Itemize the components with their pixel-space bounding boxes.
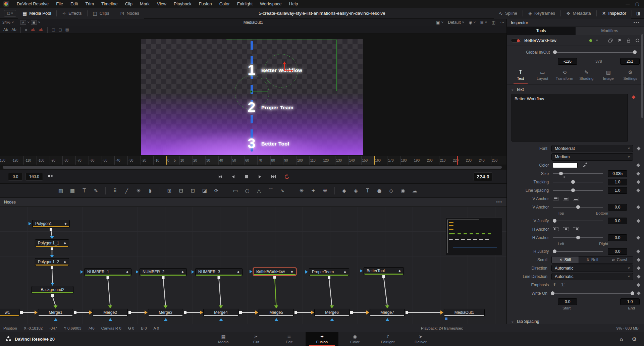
toolbar-inspector-button[interactable]: ✕Inspector <box>597 8 631 19</box>
node-Polygon1_1[interactable]: Polygon1_1◆ <box>35 239 69 247</box>
node-Merge2[interactable]: Merge2 <box>93 309 128 316</box>
camera-3d-tool-icon[interactable]: ◇ <box>387 187 395 194</box>
quick-export-button[interactable]: ▢∨ <box>4 10 16 17</box>
menu-file[interactable]: File <box>52 0 67 8</box>
timeline-scrollbar[interactable] <box>0 165 506 170</box>
font-weight-dropdown[interactable]: Medium∨ <box>551 153 633 161</box>
nodes-options-icon[interactable]: ••• <box>496 200 502 205</box>
versions-icon[interactable] <box>608 38 613 43</box>
keyframe-diamond[interactable] <box>637 258 640 262</box>
page-fairlight[interactable]: ♪Fairlight <box>371 332 404 346</box>
keyframe-diamond[interactable] <box>637 283 640 287</box>
loop-button[interactable] <box>283 174 290 180</box>
scroll-still-button[interactable]: ✕Still <box>552 256 579 263</box>
text-tool-7[interactable]: ▤ <box>65 27 69 32</box>
toolbar-spline-button[interactable]: ∿Spline <box>494 8 522 19</box>
keyframe-diamond[interactable] <box>637 180 640 184</box>
tracking-slider[interactable] <box>553 179 603 185</box>
inspector-tab-shading[interactable]: ✎Shading <box>576 69 598 84</box>
node-Polygon1[interactable]: Polygon1◆ <box>32 220 70 227</box>
particle-render-tool-icon[interactable]: ❋ <box>321 187 329 194</box>
line-direction-dropdown[interactable]: Automatic∨ <box>551 273 633 280</box>
keyframe-diamond[interactable] <box>637 188 640 192</box>
particle-merge-tool-icon[interactable]: ✦ <box>310 187 317 194</box>
line-spacing-field[interactable]: 1.0 <box>608 187 627 194</box>
viewer-viewer-options[interactable]: ⋯ <box>498 19 506 26</box>
inspector-scrollbar[interactable] <box>641 34 643 118</box>
text-tool-0[interactable]: Ab <box>3 27 8 32</box>
maximize-icon[interactable]: ▢ <box>635 1 639 6</box>
text-3d-tool-icon[interactable]: T <box>364 187 371 194</box>
v-anchor-bottom-button[interactable] <box>573 197 579 201</box>
transform-gizmo[interactable] <box>279 62 289 72</box>
node-Merge5[interactable]: Merge5 <box>259 309 294 316</box>
h-justify-field[interactable]: 0.0 <box>608 248 627 255</box>
transform-tool-icon[interactable]: ⟳ <box>213 187 220 194</box>
text-tool-1[interactable]: Ab <box>12 27 17 32</box>
rectangle-mask-tool-icon[interactable]: ▭ <box>232 187 239 194</box>
viewer-area[interactable]: 1Better Workflow2Proper Team3Better Tool <box>0 34 506 156</box>
current-frame-field[interactable]: 224.0 <box>474 172 492 181</box>
tab-modifiers[interactable]: Modifiers <box>576 27 644 35</box>
keyframe-diamond-red[interactable] <box>632 95 635 99</box>
node-MediaOut1[interactable]: MediaOut1 <box>444 309 485 316</box>
keyframe-diamond[interactable] <box>637 275 640 278</box>
go-to-start-button[interactable] <box>216 174 223 180</box>
text-tool-4[interactable]: ab <box>39 27 43 32</box>
keyframe-diamond[interactable] <box>637 249 640 253</box>
toolbar-media-pool-button[interactable]: ▦Media Pool <box>18 8 56 19</box>
toolbar-clips-button[interactable]: ◫Clips <box>88 8 114 19</box>
paint-tool-icon[interactable]: ✎ <box>92 187 100 194</box>
v-anchor-field[interactable]: 0.0 <box>608 204 627 211</box>
node-Merge7[interactable]: Merge7 <box>370 309 405 316</box>
merge-3d-tool-icon[interactable]: ● <box>376 187 383 194</box>
node-ProperTeam[interactable]: ProperTeam◆ <box>309 268 349 276</box>
color-curves-tool-icon[interactable]: ╱ <box>123 187 130 194</box>
viewer-canvas[interactable]: 1Better Workflow2Proper Team3Better Tool <box>141 39 363 155</box>
scroll-crawl-button[interactable]: ⇄Crawl <box>606 256 633 263</box>
page-cut[interactable]: ✂Cut <box>240 332 273 346</box>
tracking-field[interactable]: 1.0 <box>608 179 627 185</box>
v-anchor-top-button[interactable] <box>553 197 559 201</box>
page-fusion[interactable]: ✦Fusion <box>306 332 338 346</box>
stop-button[interactable] <box>243 174 250 180</box>
menu-playback[interactable]: Playback <box>170 0 195 8</box>
h-anchor-left-button[interactable] <box>553 227 559 231</box>
page-edit[interactable]: ≡Edit <box>273 332 306 346</box>
node-Background2[interactable]: Background2 <box>32 286 73 293</box>
node-BetterWorkFlow[interactable]: BetterWorkFlow◆ <box>253 268 296 275</box>
node-NUMBER_2[interactable]: NUMBER_2◆ <box>140 268 187 276</box>
text-tool-5[interactable]: ▢ <box>52 27 55 32</box>
keyframe-diamond[interactable] <box>637 291 640 295</box>
node-thumbnail-toggle-icon[interactable]: ◆ <box>341 270 346 274</box>
v-justify-field[interactable]: 0.0 <box>608 218 627 224</box>
menu-workspace[interactable]: Workspace <box>256 0 285 8</box>
node-enable-toggle[interactable] <box>511 38 521 43</box>
h-anchor-slider[interactable] <box>553 234 603 241</box>
scroll-roll-button[interactable]: ⇅Roll <box>579 256 606 263</box>
menu-mark[interactable]: Mark <box>136 0 153 8</box>
minimap-viewport[interactable] <box>447 220 479 253</box>
inspector-tab-layout[interactable]: ▭Layout <box>532 69 554 84</box>
menu-color[interactable]: Color <box>216 0 233 8</box>
viewer-lut[interactable]: Default∨ <box>446 19 467 26</box>
h-anchor-field[interactable]: 0.0 <box>608 234 627 241</box>
menu-fusion[interactable]: Fusion <box>195 0 216 8</box>
text-input[interactable]: Better Workflow <box>512 94 628 141</box>
menu-edit[interactable]: Edit <box>67 0 82 8</box>
reset-icon[interactable] <box>635 38 640 43</box>
text-plus-tool-icon[interactable]: T <box>80 187 88 194</box>
menu-davinci-resolve[interactable]: DaVinci Resolve <box>13 0 52 8</box>
hue-curves-tool-icon[interactable]: ◗ <box>147 187 154 194</box>
toolbar-metadata-button[interactable]: ❖Metadata <box>561 8 596 19</box>
text-tool-2[interactable]: ▪ <box>25 27 27 32</box>
spotlight-3d-tool-icon[interactable]: ◉ <box>399 187 407 194</box>
ellipse-mask-tool-icon[interactable]: ○ <box>244 187 251 194</box>
v-justify-slider[interactable] <box>553 218 603 224</box>
play-reverse-button[interactable] <box>229 174 237 180</box>
matte-control-tool-icon[interactable]: ⊡ <box>189 187 197 194</box>
minimize-icon[interactable]: — <box>626 1 630 6</box>
keyframe-diamond[interactable] <box>637 163 640 167</box>
tab-tools[interactable]: Tools <box>507 27 576 35</box>
node-thumbnail-toggle-icon[interactable]: ◆ <box>288 270 293 273</box>
